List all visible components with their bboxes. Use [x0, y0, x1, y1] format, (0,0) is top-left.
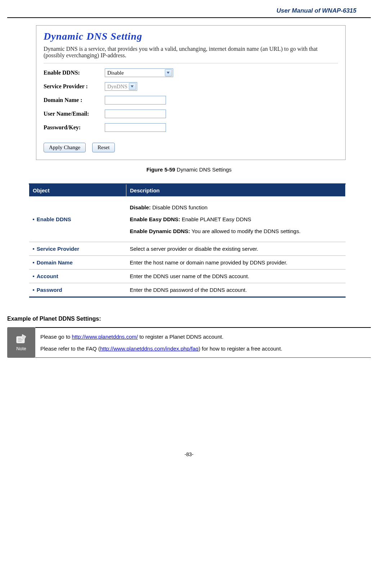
row-password: Password/Key:: [44, 123, 338, 132]
figure-caption: Figure 5-59 Dynamic DNS Settings: [7, 166, 371, 173]
label-service-provider: Service Provider :: [44, 83, 105, 90]
label-user-name: User Name/Email:: [44, 111, 105, 117]
obj-password: •Password: [29, 283, 126, 297]
chevron-down-icon: [129, 83, 136, 90]
figure-title: Dynamic DNS Setting: [44, 31, 338, 42]
label-domain-name: Domain Name :: [44, 97, 105, 103]
input-user-name[interactable]: [105, 110, 166, 118]
table-row: •Service Provider Select a server provid…: [29, 242, 346, 256]
select-service-provider-value: DynDNS: [107, 84, 127, 90]
note-label: Note: [16, 346, 26, 351]
example-heading: Example of Planet DDNS Settings:: [7, 316, 371, 322]
caption-number: Figure 5-59: [147, 166, 175, 173]
select-enable-ddns-value: Disable: [107, 70, 124, 76]
select-service-provider[interactable]: DynDNS: [105, 82, 137, 91]
th-object: Object: [29, 184, 126, 197]
table-row: •Account Enter the DDNS user name of the…: [29, 270, 346, 283]
label-password: Password/Key:: [44, 124, 105, 131]
table-row: •Password Enter the DDNS password of the…: [29, 283, 346, 297]
ddns-settings-figure: Dynamic DNS Setting Dynamic DNS is a ser…: [36, 25, 346, 160]
desc-domain-name: Enter the host name or domain name provi…: [126, 256, 346, 270]
desc-service-provider: Select a server provider or disable the …: [126, 242, 346, 256]
apply-change-button[interactable]: Apply Change: [44, 143, 86, 152]
input-domain-name[interactable]: [105, 96, 166, 104]
th-description: Description: [126, 184, 346, 197]
object-description-table: Object Description •Enable DDNS Disable:…: [29, 183, 346, 298]
caption-text: Dynamic DNS Settings: [175, 166, 232, 173]
figure-description: Dynamic DNS is a service, that provides …: [44, 46, 338, 63]
label-enable-ddns: Enable DDNS:: [44, 70, 105, 76]
desc-account: Enter the DDNS user name of the DDNS acc…: [126, 270, 346, 283]
chevron-down-icon: [165, 69, 172, 76]
table-row: •Domain Name Enter the host name or doma…: [29, 256, 346, 270]
note-line-1: Please go to http://www.planetddns.com/ …: [40, 331, 369, 343]
row-service-provider: Service Provider : DynDNS: [44, 82, 338, 91]
page-header: User Manual of WNAP-6315: [7, 7, 371, 18]
obj-account: •Account: [29, 270, 126, 283]
select-enable-ddns[interactable]: Disable: [105, 68, 173, 77]
button-row: Apply Change Reset: [44, 143, 338, 152]
planetddns-link[interactable]: http://www.planetddns.com/: [72, 334, 138, 340]
table-row: •Enable DDNS Disable: Disable DDNS funct…: [29, 197, 346, 242]
note-icon: Note: [7, 327, 35, 358]
reset-button[interactable]: Reset: [92, 143, 115, 152]
obj-domain-name: •Domain Name: [29, 256, 126, 270]
note-line-2: Please refer to the FAQ (http://www.plan…: [40, 343, 369, 355]
desc-password: Enter the DDNS password of the DDNS acco…: [126, 283, 346, 297]
note-body: Please go to http://www.planetddns.com/ …: [35, 327, 371, 358]
obj-service-provider: •Service Provider: [29, 242, 126, 256]
row-user-name: User Name/Email:: [44, 110, 338, 118]
note-block: Note Please go to http://www.planetddns.…: [7, 327, 371, 358]
desc-enable-ddns: Disable: Disable DDNS function Enable Ea…: [126, 197, 346, 242]
row-domain-name: Domain Name :: [44, 96, 338, 104]
planetddns-faq-link[interactable]: http://www.planetddns.com/index.php/faq: [100, 346, 199, 352]
page-number: -83-: [7, 451, 371, 457]
obj-enable-ddns: •Enable DDNS: [29, 197, 126, 242]
input-password[interactable]: [105, 123, 166, 132]
row-enable-ddns: Enable DDNS: Disable: [44, 68, 338, 77]
